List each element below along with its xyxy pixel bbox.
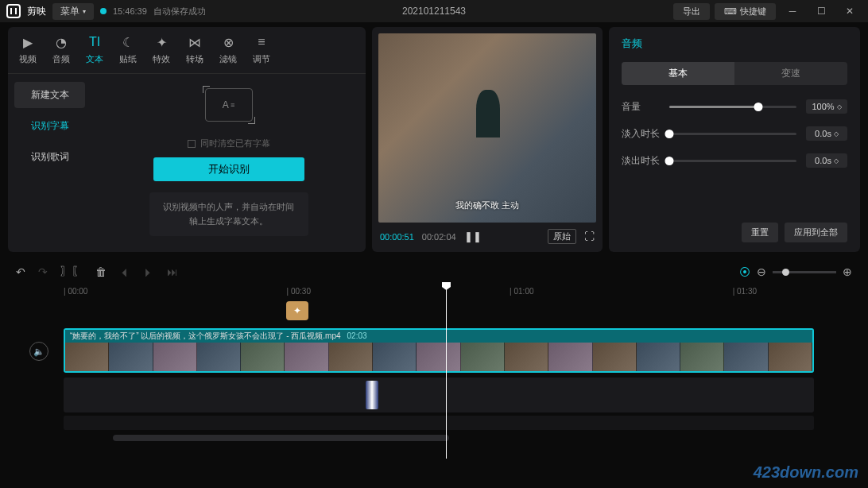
zoom-in-button[interactable]: ⊕ xyxy=(843,265,852,278)
recognize-description: 识别视频中的人声，并自动在时间轴上生成字幕文本。 xyxy=(149,192,308,236)
play-pause-button[interactable]: ❚❚ xyxy=(464,230,482,242)
preview-controls: 00:00:51 00:02:04 ❚❚ 原始 ⛶ xyxy=(378,223,596,246)
sidebar-item-recognize-lyrics[interactable]: 识别歌词 xyxy=(14,144,85,170)
recognize-panel: A≡ 同时清空已有字幕 开始识别 识别视频中的人声，并自动在时间轴上生成字幕文本… xyxy=(91,74,366,252)
media-panel: ▶视频 ◔音频 TI文本 ☾贴纸 ✦特效 ⋈转场 ⊗滤镜 ≡调节 新建文本 识别… xyxy=(8,27,366,252)
mark-button[interactable]: ⏵ xyxy=(143,265,154,278)
sticker-icon: ☾ xyxy=(119,33,137,51)
subtitle-track[interactable] xyxy=(64,416,814,430)
zoom-out-button[interactable]: ⊖ xyxy=(757,265,766,278)
mark-out-button[interactable]: ⏭ xyxy=(167,265,178,278)
shortcuts-button[interactable]: ⌨ 快捷键 xyxy=(715,3,776,20)
checkbox-icon xyxy=(188,140,196,148)
fade-out-label: 淡出时长 xyxy=(622,154,660,168)
mark-in-button[interactable]: ⏴ xyxy=(119,265,130,278)
close-button[interactable]: ✕ xyxy=(838,2,862,21)
clip-thumbnails xyxy=(65,341,812,371)
tab-text[interactable]: TI文本 xyxy=(86,33,103,65)
autosave-indicator-icon xyxy=(100,8,107,14)
menu-label: 菜单 xyxy=(60,5,79,18)
playhead[interactable] xyxy=(446,284,447,459)
magnet-button[interactable]: ⦿ xyxy=(739,265,750,278)
autosave-time: 15:46:39 xyxy=(113,6,147,16)
tab-transition[interactable]: ⋈转场 xyxy=(186,33,203,65)
tab-filter[interactable]: ⊗滤镜 xyxy=(219,33,237,65)
split-button[interactable]: 〗〖 xyxy=(60,265,83,279)
clear-existing-label: 同时清空已有字幕 xyxy=(200,137,270,149)
fade-in-slider[interactable] xyxy=(669,133,796,135)
maximize-button[interactable]: ☐ xyxy=(809,2,833,21)
tab-effect[interactable]: ✦特效 xyxy=(153,33,170,65)
delete-button[interactable]: 🗑 xyxy=(95,265,107,278)
audio-track xyxy=(64,378,860,412)
effect-clip[interactable]: ✦ xyxy=(286,301,308,320)
export-button[interactable]: 导出 xyxy=(673,3,710,20)
fade-out-slider[interactable] xyxy=(669,160,796,162)
stepper-icon: ◇ xyxy=(834,130,839,137)
undo-button[interactable]: ↶ xyxy=(16,265,25,278)
media-tab-strip: ▶视频 ◔音频 TI文本 ☾贴纸 ✦特效 ⋈转场 ⊗滤镜 ≡调节 xyxy=(8,27,366,74)
shortcuts-label: 快捷键 xyxy=(740,6,766,17)
minimize-button[interactable]: ─ xyxy=(781,2,804,21)
volume-slider[interactable] xyxy=(669,106,796,108)
fade-in-label: 淡入时长 xyxy=(622,127,660,141)
fade-out-row: 淡出时长 0.0s◇ xyxy=(622,153,847,168)
chevron-down-icon: ▾ xyxy=(83,8,86,15)
apply-all-button[interactable]: 应用到全部 xyxy=(785,223,847,242)
tab-basic[interactable]: 基本 xyxy=(622,62,734,85)
audio-clip[interactable] xyxy=(366,381,378,409)
tab-video[interactable]: ▶视频 xyxy=(19,33,37,65)
clear-existing-checkbox[interactable]: 同时清空已有字幕 xyxy=(188,137,270,149)
preview-viewport[interactable]: 我的确不敢 主动 xyxy=(378,33,596,223)
titlebar: 剪映 菜单 ▾ 15:46:39 自动保存成功 202101211543 导出 … xyxy=(0,0,868,22)
inspector-title: 音频 xyxy=(622,37,847,51)
clip-filename: “她要的，我给不了” 以后的视频，这个俄罗斯女孩不会出现了 - 西瓜视频.mp4 xyxy=(70,331,341,340)
video-clip[interactable]: “她要的，我给不了” 以后的视频，这个俄罗斯女孩不会出现了 - 西瓜视频.mp4… xyxy=(64,328,814,373)
tab-adjust[interactable]: ≡调节 xyxy=(253,33,270,65)
inspector-panel: 音频 基本 变速 音量 100%◇ 淡入时长 0.0s◇ 淡出时长 0.0s◇ … xyxy=(609,27,860,252)
project-name[interactable]: 202101211543 xyxy=(402,6,466,17)
video-icon: ▶ xyxy=(19,33,37,51)
recognize-icon: A≡ xyxy=(205,88,253,122)
tab-speed[interactable]: 变速 xyxy=(734,62,847,85)
sidebar-item-recognize-subtitle[interactable]: 识别字幕 xyxy=(14,113,85,139)
filter-icon: ⊗ xyxy=(219,33,237,51)
preview-panel: 我的确不敢 主动 00:00:51 00:02:04 ❚❚ 原始 ⛶ xyxy=(372,27,603,252)
video-track: 🔈 ✦ “她要的，我给不了” 以后的视频，这个俄罗斯女孩不会出现了 - 西瓜视频… xyxy=(64,328,860,374)
start-recognize-button[interactable]: 开始识别 xyxy=(153,157,304,181)
volume-value[interactable]: 100%◇ xyxy=(806,99,847,114)
fade-out-value[interactable]: 0.0s◇ xyxy=(806,153,847,168)
fade-in-value[interactable]: 0.0s◇ xyxy=(806,126,847,141)
timeline-toolbar: ↶ ↷ 〗〖 🗑 ⏴ ⏵ ⏭ ⦿ ⊖ ⊕ xyxy=(8,260,860,284)
zoom-slider[interactable] xyxy=(773,271,836,273)
fade-in-row: 淡入时长 0.0s◇ xyxy=(622,126,847,141)
track-mute-button[interactable]: 🔈 xyxy=(29,342,48,361)
tab-audio[interactable]: ◔音频 xyxy=(52,33,70,65)
stepper-icon: ◇ xyxy=(834,157,839,165)
sidebar-item-new-text[interactable]: 新建文本 xyxy=(14,82,85,108)
app-name: 剪映 xyxy=(27,5,46,18)
current-time: 00:00:51 xyxy=(380,232,414,242)
original-ratio-button[interactable]: 原始 xyxy=(548,229,576,244)
redo-button[interactable]: ↷ xyxy=(38,265,48,278)
time-ruler[interactable]: | 00:00 | 00:30 | 01:00 | 01:30 xyxy=(64,284,860,301)
text-side-menu: 新建文本 识别字幕 识别歌词 xyxy=(8,74,91,252)
audio-icon: ◔ xyxy=(52,33,70,51)
stepper-icon: ◇ xyxy=(837,103,842,110)
adjust-icon: ≡ xyxy=(253,33,270,51)
menu-button[interactable]: 菜单 ▾ xyxy=(52,3,94,20)
preview-subtitle: 我的确不敢 主动 xyxy=(455,199,519,211)
fullscreen-button[interactable]: ⛶ xyxy=(584,230,595,242)
volume-label: 音量 xyxy=(622,100,660,114)
watermark: 423down.com xyxy=(754,463,858,482)
tab-sticker[interactable]: ☾贴纸 xyxy=(119,33,137,65)
text-icon: TI xyxy=(86,33,103,51)
total-time: 00:02:04 xyxy=(422,232,456,242)
effect-icon: ✦ xyxy=(153,33,170,51)
volume-row: 音量 100%◇ xyxy=(622,99,847,114)
timeline: ↶ ↷ 〗〖 🗑 ⏴ ⏵ ⏭ ⦿ ⊖ ⊕ | 00:00 | 00:30 | 0… xyxy=(0,257,868,441)
clip-duration: 02:03 xyxy=(347,331,367,340)
reset-button[interactable]: 重置 xyxy=(742,223,778,242)
autosave-status: 自动保存成功 xyxy=(153,6,206,17)
timeline-scrollbar[interactable] xyxy=(113,435,814,441)
